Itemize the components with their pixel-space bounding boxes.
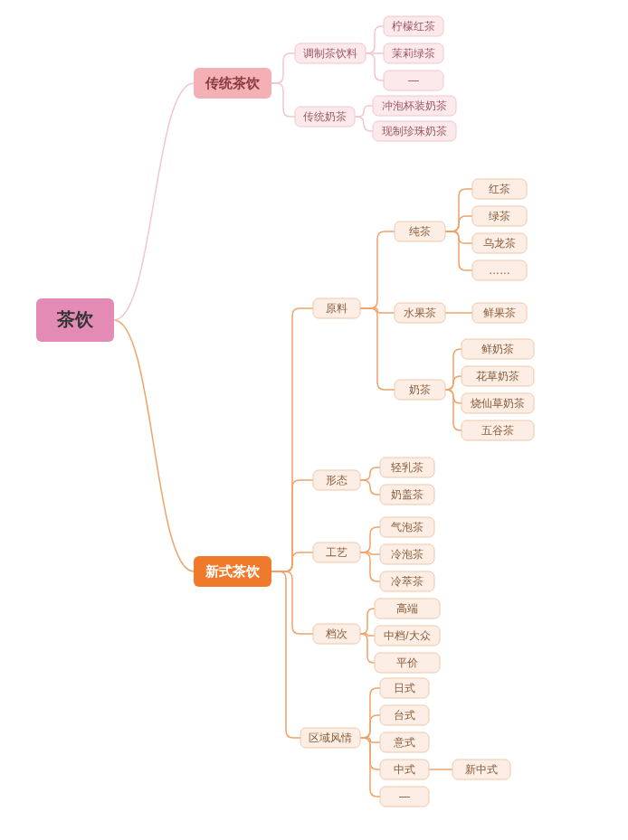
connector [271,53,295,83]
node-chuncha: 纯茶 [395,222,445,241]
leaf-wulong: 乌龙茶 [472,233,527,253]
connector [355,117,373,131]
node-dangci: 档次 [313,624,360,644]
connector [360,480,380,495]
svg-text:红茶: 红茶 [489,183,510,195]
leaf-cupmilktea: 冲泡杯装奶茶 [373,96,456,116]
connector [360,609,375,634]
leaf-lvcha: 绿茶 [472,206,527,226]
svg-text:档次: 档次 [325,628,347,640]
svg-text:中式: 中式 [394,763,415,776]
svg-text:平价: 平价 [396,656,418,669]
leaf-lemon: 柠檬红茶 [384,16,443,36]
connector [114,83,194,320]
leaf-lengpao: 冷泡茶 [380,544,434,564]
node-gongyi: 工艺 [313,543,360,562]
svg-text:新式茶饮: 新式茶饮 [205,563,261,579]
leaf-rishi: 日式 [380,678,429,698]
svg-text:原料: 原料 [326,302,347,315]
leaf-huacao: 花草奶茶 [461,366,534,386]
leaf-zhongshi: 中式 [380,760,429,779]
leaf-xinzhongshi: 新中式 [452,760,510,779]
leaf-wugu: 五谷茶 [461,420,534,440]
leaf-pingjia: 平价 [375,653,440,673]
svg-text:区域风情: 区域风情 [309,731,352,744]
node-shuiguocha: 水果茶 [395,303,445,323]
branch-traditional: 传统茶饮 [194,68,271,99]
connector [271,83,295,117]
svg-text:气泡茶: 气泡茶 [391,521,423,533]
svg-text:—: — [408,74,419,87]
svg-text:烧仙草奶茶: 烧仙草奶茶 [471,397,525,410]
svg-text:奶盖茶: 奶盖茶 [391,488,423,501]
leaf-yishi: 意式 [380,732,429,752]
leaf-bubble: 现制珍珠奶茶 [373,121,456,141]
svg-text:新中式: 新中式 [465,763,498,776]
leaf-hongcha: 红茶 [472,179,527,199]
leaf-shaoxiancao: 烧仙草奶茶 [461,393,534,413]
node-chuantongnaicha: 传统奶茶 [295,107,355,127]
svg-text:纯茶: 纯茶 [409,225,431,238]
connector [360,634,375,663]
svg-text:乌龙茶: 乌龙茶 [483,237,516,250]
node-tiaozhi: 调制茶饮料 [295,43,366,63]
leaf-qingru: 轻乳茶 [380,458,434,477]
svg-text:调制茶饮料: 调制茶饮料 [303,47,357,60]
connector [271,571,313,634]
connector [360,308,395,390]
svg-text:绿茶: 绿茶 [489,210,510,222]
connector [445,349,461,390]
node-yuanliao: 原料 [313,298,360,318]
svg-text:鲜奶茶: 鲜奶茶 [481,343,514,355]
svg-text:工艺: 工艺 [326,546,347,559]
root-node: 茶饮 [36,298,114,342]
svg-text:现制珍珠奶茶: 现制珍珠奶茶 [382,125,447,137]
svg-text:传统茶饮: 传统茶饮 [205,75,261,90]
svg-text:形态: 形态 [326,474,347,486]
leaf-xianguo: 鲜果茶 [472,303,527,323]
node-xingtai: 形态 [313,470,360,490]
connector [360,527,380,552]
leaf-xiannaicha: 鲜奶茶 [461,339,534,359]
svg-text:茶饮: 茶饮 [56,309,94,329]
svg-text:冲泡杯装奶茶: 冲泡杯装奶茶 [382,99,447,112]
leaf-jasmine: 茉莉绿茶 [384,43,443,63]
leaf-taishi: 台式 [380,705,429,725]
node-quyu: 区域风情 [300,728,360,748]
leaf-naigai: 奶盖茶 [380,485,434,505]
svg-text:台式: 台式 [394,709,415,722]
leaf-dash2: — [380,787,429,807]
svg-text:中档/大众: 中档/大众 [384,629,430,642]
connector [366,53,384,80]
svg-text:鲜果茶: 鲜果茶 [483,307,516,319]
connector [271,571,300,738]
svg-text:茉莉绿茶: 茉莉绿茶 [392,47,435,60]
leaf-qipao: 气泡茶 [380,517,434,537]
svg-text:柠檬红茶: 柠檬红茶 [392,20,435,33]
leaf-gaoduan: 高端 [375,599,440,618]
connector [360,552,380,581]
leaf-dash1: — [384,71,443,90]
svg-text:……: …… [489,264,510,277]
svg-text:意式: 意式 [393,736,415,749]
connector [355,106,373,117]
branch-new: 新式茶饮 [194,556,271,587]
svg-text:高端: 高端 [396,602,418,615]
node-naicha: 奶茶 [395,380,445,400]
connector [271,308,313,571]
svg-text:轻乳茶: 轻乳茶 [391,461,423,474]
svg-text:冷萃茶: 冷萃茶 [391,575,423,588]
connector [360,738,380,742]
leaf-lengcui: 冷萃茶 [380,571,434,591]
leaf-zhongdang: 中档/大众 [375,626,440,646]
mindmap-diagram: 茶饮传统茶饮新式茶饮调制茶饮料传统奶茶柠檬红茶茉莉绿茶—冲泡杯装奶茶现制珍珠奶茶… [0,0,628,840]
svg-text:—: — [399,790,410,803]
connector [445,189,472,231]
connector [366,26,384,53]
svg-text:奶茶: 奶茶 [409,383,431,396]
connector [114,320,194,571]
svg-text:五谷茶: 五谷茶 [481,424,514,437]
svg-text:水果茶: 水果茶 [404,307,436,319]
connector [360,688,380,738]
svg-text:冷泡茶: 冷泡茶 [391,548,423,561]
